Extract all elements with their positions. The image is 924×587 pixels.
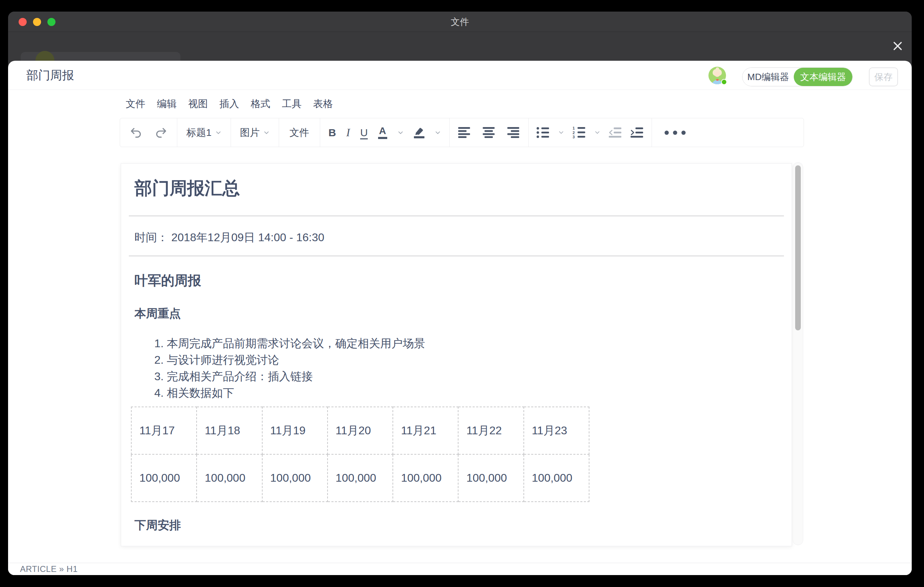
statusbar: ARTICLE » H1 [8,563,912,575]
bullet-list-icon [536,127,550,139]
list-item: 本周完成产品前期需求讨论会议，确定相关用户场景 [167,335,778,352]
align-left-button[interactable] [458,127,471,138]
history-group [120,118,177,147]
insert-file-button[interactable]: 文件 [290,126,309,139]
chevron-down-icon [215,130,221,136]
undo-button[interactable] [129,126,142,139]
app-window: 文件 部门周报 MD编辑器 文本编辑器 保存 文件 [8,12,912,575]
doc-data-table: 11月17 11月18 11月19 11月20 11月21 11月22 11月2… [131,407,589,502]
table-cell[interactable]: 100,000 [393,454,458,502]
chevron-down-icon [263,130,270,136]
bullet-list-dropdown[interactable] [558,130,564,135]
list-item: 与设计师进行视觉讨论 [167,352,778,368]
undo-icon [129,126,142,139]
document-title: 部门周报 [26,61,74,90]
chevron-down-icon [435,130,441,136]
redo-icon [155,126,168,139]
underline-button[interactable]: U [360,127,368,139]
menu-item-edit[interactable]: 编辑 [157,97,177,110]
image-dropdown[interactable]: 图片 [240,126,270,139]
align-group [450,118,528,147]
list-group: 123 [529,118,652,147]
editor-modal: 部门周报 MD编辑器 文本编辑器 保存 文件 编辑 视图 插入 格式 工具 表格 [8,61,912,575]
svg-text:3: 3 [573,135,575,139]
font-color-button[interactable]: A [378,126,387,139]
table-cell[interactable]: 11月19 [262,407,328,454]
avatar-bun [716,68,719,70]
table-cell[interactable]: 100,000 [524,454,589,502]
bullet-list-button[interactable] [536,127,550,139]
online-status-dot [721,79,727,85]
doc-subheading-week: 本周重点 [134,307,778,320]
document-page[interactable]: 部门周报汇总 时间： 2018年12月09日 14:00 - 16:30 叶军的… [121,163,792,546]
table-cell[interactable]: 100,000 [328,454,393,502]
align-right-icon [507,127,520,138]
svg-text:2: 2 [573,130,575,135]
table-cell[interactable]: 11月18 [196,407,262,454]
save-button[interactable]: 保存 [869,68,898,86]
menubar: 文件 编辑 视图 插入 格式 工具 表格 [8,90,912,118]
list-item: 完成相关产品介绍：插入链接 [167,368,778,385]
menu-item-tools[interactable]: 工具 [282,97,302,110]
table-cell[interactable]: 11月23 [524,407,589,454]
horizontal-rule [129,256,784,256]
menu-item-file[interactable]: 文件 [126,97,145,110]
ordered-list-dropdown[interactable] [594,130,600,135]
chevron-down-icon [558,130,564,135]
avatar-face [714,72,720,77]
more-options-button[interactable] [665,130,686,135]
highlight-pen-icon [414,127,424,139]
redo-button[interactable] [155,126,168,139]
file-group: 文件 [279,118,320,147]
horizontal-rule [129,216,784,216]
table-cell[interactable]: 11月22 [458,407,523,454]
doc-heading-h1: 部门周报汇总 [134,178,778,199]
outdent-button[interactable] [609,127,622,139]
table-cell[interactable]: 11月17 [131,407,196,454]
scrollbar[interactable] [793,162,803,545]
close-icon[interactable] [892,40,903,52]
toolbar: 标题1 图片 文件 B I U A [120,118,804,147]
table-row: 100,000 100,000 100,000 100,000 100,000 … [131,454,589,502]
table-cell[interactable]: 100,000 [458,454,523,502]
align-left-icon [458,127,471,138]
ordered-list-button[interactable]: 123 [573,126,586,139]
table-cell[interactable]: 11月21 [393,407,458,454]
table-row: 11月17 11月18 11月19 11月20 11月21 11月22 11月2… [131,407,589,454]
menu-item-insert[interactable]: 插入 [219,97,239,110]
dimmed-background [8,32,912,61]
bold-button[interactable]: B [328,127,336,139]
align-center-icon [483,127,495,138]
editor-mode-switch: MD编辑器 文本编辑器 [742,68,853,86]
table-cell[interactable]: 100,000 [196,454,262,502]
heading-group: 标题1 [177,118,231,147]
table-cell[interactable]: 100,000 [131,454,196,502]
heading-dropdown[interactable]: 标题1 [186,126,221,139]
more-group [652,118,804,147]
list-item: 相关数据如下 [167,385,778,401]
table-cell[interactable]: 100,000 [262,454,328,502]
align-right-button[interactable] [507,127,520,138]
outdent-icon [609,127,622,139]
menu-item-view[interactable]: 视图 [188,97,208,110]
table-cell[interactable]: 11月20 [328,407,393,454]
highlight-dropdown[interactable] [435,130,441,136]
italic-button[interactable]: I [346,126,350,139]
menu-item-format[interactable]: 格式 [251,97,270,110]
text-editor-button[interactable]: 文本编辑器 [794,68,852,86]
titlebar: 文件 [8,12,912,32]
doc-heading-h2: 叶军的周报 [134,273,778,288]
indent-button[interactable] [630,127,644,139]
font-color-dropdown[interactable] [398,130,404,136]
chevron-down-icon [398,130,404,136]
scrollbar-thumb[interactable] [795,165,801,330]
md-editor-button[interactable]: MD编辑器 [742,68,794,86]
highlight-button[interactable] [414,127,424,139]
format-group: B I U A [320,118,449,147]
avatar-bow [716,79,719,81]
chevron-down-icon [594,130,600,135]
align-center-button[interactable] [483,127,495,138]
menu-item-table[interactable]: 表格 [313,97,333,110]
svg-text:1: 1 [573,126,575,130]
indent-icon [630,127,644,139]
